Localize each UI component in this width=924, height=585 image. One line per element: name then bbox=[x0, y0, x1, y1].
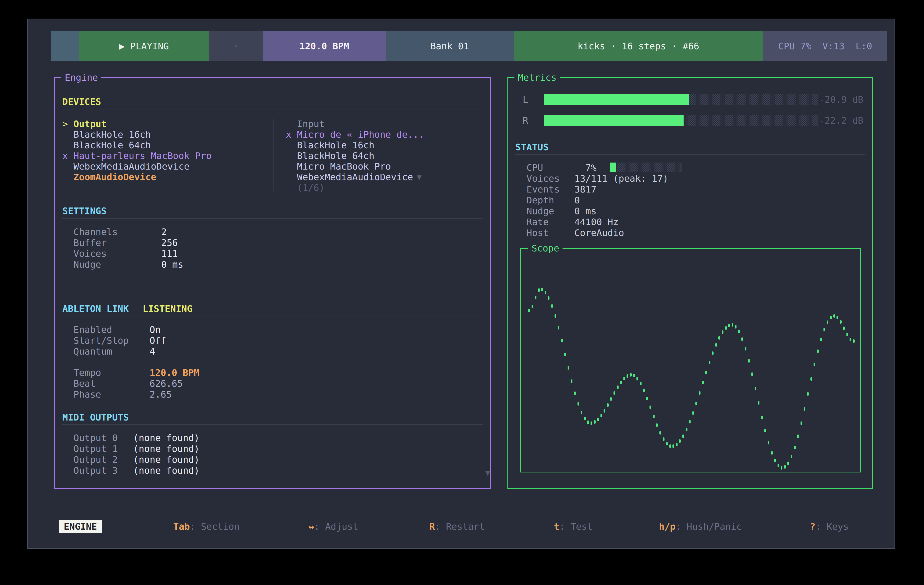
setting-label: Nudge bbox=[73, 259, 161, 270]
column-divider bbox=[273, 119, 274, 191]
link-label: Enabled bbox=[73, 325, 150, 335]
device-label: BlackHole 64ch bbox=[297, 150, 374, 161]
scope-sample-dot bbox=[804, 407, 805, 410]
device-label: Haut-parleurs MacBook Pro bbox=[73, 150, 212, 161]
link-sync-value: 626.65 bbox=[150, 378, 183, 389]
scope-sample-dot bbox=[800, 422, 802, 425]
output-device-item[interactable]: WebexMediaAudioDevice bbox=[62, 161, 272, 172]
device-label: Input bbox=[297, 119, 325, 129]
link-value[interactable]: Off bbox=[150, 335, 166, 346]
scope-sample-dot bbox=[777, 464, 779, 467]
setting-value[interactable]: 111 bbox=[161, 248, 178, 259]
selection-marker: > bbox=[62, 119, 73, 129]
scope-sample-dot bbox=[738, 330, 740, 333]
hint-key: ↔ bbox=[309, 521, 314, 532]
setting-label: Buffer bbox=[73, 237, 161, 248]
scope-sample-dot bbox=[741, 338, 743, 341]
setting-value[interactable]: 2 bbox=[161, 227, 167, 237]
output-device-item[interactable]: xHaut-parleurs MacBook Pro bbox=[62, 150, 272, 161]
status-label: Host bbox=[526, 227, 574, 238]
scope-sample-dot bbox=[764, 429, 766, 432]
input-device-item[interactable]: BlackHole 16ch bbox=[286, 140, 487, 150]
status-label: Depth bbox=[526, 195, 574, 206]
link-value[interactable]: 4 bbox=[150, 346, 155, 357]
midi-label: Output 3 bbox=[73, 465, 133, 476]
key-hint-section: Tab: Section bbox=[173, 521, 240, 532]
topbar-segment-pad bbox=[51, 31, 79, 61]
scope-sample-dot bbox=[837, 316, 838, 319]
scope-sample-dot bbox=[718, 336, 720, 339]
meter-bar bbox=[544, 94, 818, 105]
output-device-list: >OutputBlackHole 16chBlackHole 64chxHaut… bbox=[62, 119, 272, 182]
link-sync-value: 120.0 BPM bbox=[150, 367, 200, 378]
scope-sample-dot bbox=[728, 324, 730, 327]
output-device-item[interactable]: BlackHole 64ch bbox=[62, 140, 272, 150]
key-hint-keys: ?: Keys bbox=[810, 521, 849, 532]
hint-action-label: : Test bbox=[559, 521, 592, 532]
scope-sample-dot bbox=[574, 392, 576, 395]
scope-sample-dot bbox=[650, 405, 651, 409]
metrics-panel: Metrics L-20.9 dBR-22.2 dB STATUS CPU 7%… bbox=[507, 77, 873, 489]
scope-sample-dot bbox=[630, 373, 632, 377]
input-device-item[interactable]: BlackHole 64ch bbox=[286, 150, 487, 161]
scope-sample-dot bbox=[541, 288, 543, 291]
hintbar: ENGINE Tab: Section↔: AdjustR: Restartt:… bbox=[51, 514, 887, 539]
link-status-badge: LISTENING bbox=[143, 303, 193, 314]
hint-action-label: : Restart bbox=[435, 521, 485, 532]
device-label: WebexMediaAudioDevice bbox=[73, 161, 190, 172]
scope-sample-dot bbox=[751, 372, 753, 376]
setting-value[interactable]: 0 ms bbox=[161, 259, 183, 270]
link-sync-row: Beat626.65 bbox=[73, 378, 200, 389]
input-device-item[interactable]: Micro MacBook Pro bbox=[286, 161, 487, 172]
mode-badge: ENGINE bbox=[59, 520, 102, 533]
setting-label: Voices bbox=[73, 248, 161, 259]
midi-value: (none found) bbox=[133, 433, 200, 443]
device-label: BlackHole 16ch bbox=[297, 140, 374, 150]
selection-marker: x bbox=[286, 129, 297, 140]
scope-sample-dot bbox=[682, 435, 684, 438]
midi-output-rows: Output 0(none found)Output 1(none found)… bbox=[73, 432, 200, 476]
scope-sample-dot bbox=[646, 397, 648, 400]
scope-sample-dot bbox=[584, 417, 586, 420]
status-row: HostCoreAudio bbox=[526, 227, 668, 238]
output-device-item[interactable]: BlackHole 16ch bbox=[62, 129, 272, 140]
link-sync-row: Phase2.65 bbox=[73, 389, 200, 400]
scope-sample-dot bbox=[571, 379, 573, 383]
scroll-down-icon[interactable]: ▼ bbox=[485, 468, 490, 478]
scope-sample-dot bbox=[587, 420, 589, 424]
hint-key: ? bbox=[810, 521, 815, 532]
topbar: ▶ PLAYING·120.0 BPMBank 01kicks · 16 ste… bbox=[51, 31, 887, 61]
midi-row: Output 0(none found) bbox=[73, 432, 200, 443]
scope-sample-dot bbox=[817, 349, 818, 353]
scope-sample-dot bbox=[833, 314, 835, 318]
scope-sample-dot bbox=[578, 402, 579, 405]
midi-row: Output 2(none found) bbox=[73, 454, 200, 465]
status-label: Nudge bbox=[526, 206, 574, 216]
hint-key: R bbox=[429, 521, 435, 532]
scope-sample-dot bbox=[617, 386, 619, 389]
meter-channel-label: R bbox=[523, 115, 544, 126]
setting-value[interactable]: 256 bbox=[161, 237, 178, 248]
output-device-item[interactable]: ZoomAudioDevice bbox=[62, 172, 272, 182]
scope-sample-dot bbox=[722, 330, 723, 334]
devices-section-header: DEVICES bbox=[62, 96, 101, 107]
cpu-mini-meter-fill bbox=[610, 163, 616, 172]
scope-sample-dot bbox=[692, 411, 694, 415]
scope-sample-dot bbox=[787, 461, 789, 465]
input-device-item[interactable]: xMicro de « iPhone de... bbox=[286, 129, 487, 140]
link-label: Quantum bbox=[73, 346, 150, 357]
link-value[interactable]: On bbox=[150, 325, 161, 335]
settings-section-header: SETTINGS bbox=[62, 206, 107, 216]
scope-sample-dot bbox=[614, 391, 615, 395]
input-device-item[interactable]: WebexMediaAudioDevice▼ bbox=[286, 172, 487, 182]
status-row: Depth0 bbox=[526, 194, 668, 206]
scope-sample-dot bbox=[672, 445, 674, 448]
meter-db-value: -20.9 dB bbox=[818, 94, 863, 105]
hint-key: Tab bbox=[173, 521, 190, 532]
device-label: BlackHole 64ch bbox=[73, 140, 151, 150]
topbar-segment-transport: ▶ PLAYING bbox=[79, 31, 209, 61]
hint-action-label: : Keys bbox=[815, 521, 849, 532]
scope-sample-dot bbox=[594, 420, 596, 424]
hint-key: h/p bbox=[659, 521, 676, 532]
output-device-item[interactable]: >Output bbox=[62, 119, 272, 129]
